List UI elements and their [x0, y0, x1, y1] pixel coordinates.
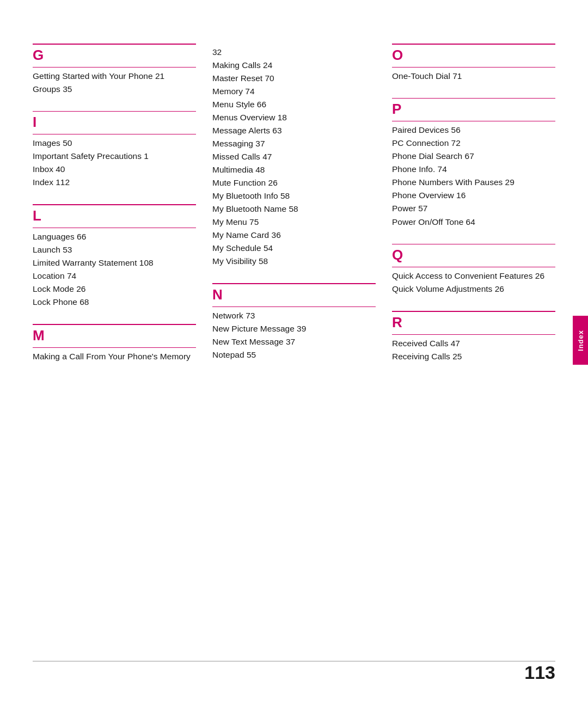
entry-p-6: Power 57 [392, 202, 555, 215]
entry-m-cont-3: Memory 74 [212, 85, 376, 98]
section-divider-m [33, 324, 196, 325]
entry-m-cont-15: My Schedule 54 [212, 242, 376, 255]
section-m: M Making a Call From Your Phone's Memory [33, 324, 196, 363]
entry-i-0: Images 50 [33, 137, 196, 150]
section-letter-m: M [33, 327, 196, 344]
column-3: O One-Touch Dial 71 P Paired Devices 56 … [392, 44, 555, 378]
section-divider-bottom-p [392, 121, 555, 121]
entry-p-7: Power On/Off Tone 64 [392, 216, 555, 229]
section-divider-bottom-q [392, 267, 555, 267]
section-divider-bottom-r [392, 334, 555, 335]
entry-m-cont-9: Multimedia 48 [212, 163, 376, 176]
section-o: O One-Touch Dial 71 [392, 44, 555, 83]
index-tab: Index [573, 316, 588, 365]
section-divider-bottom-n [212, 306, 376, 307]
entry-g-0: Getting Started with Your Phone 21 [33, 70, 196, 83]
entry-m-cont-8: Missed Calls 47 [212, 150, 376, 163]
entry-o-0: One-Touch Dial 71 [392, 70, 555, 83]
page-number: 113 [524, 662, 555, 683]
section-divider-p [392, 98, 555, 99]
entry-l-4: Lock Mode 26 [33, 283, 196, 296]
section-divider-bottom-i [33, 134, 196, 134]
section-i: I Images 50 Important Safety Precautions… [33, 111, 196, 189]
index-tab-label: Index [577, 330, 585, 351]
section-divider-i [33, 111, 196, 112]
entry-n-1: New Picture Message 39 [212, 322, 376, 335]
section-divider-g [33, 44, 196, 45]
entry-l-2: Limited Warranty Statement 108 [33, 256, 196, 269]
section-divider-o [392, 44, 555, 45]
section-divider-l [33, 204, 196, 205]
entry-l-5: Lock Phone 68 [33, 296, 196, 309]
section-letter-p: P [392, 101, 555, 118]
section-divider-bottom-g [33, 67, 196, 68]
entry-m-cont-12: My Bluetooth Name 58 [212, 203, 376, 216]
section-divider-q [392, 244, 555, 245]
entry-p-3: Phone Info. 74 [392, 163, 555, 176]
entry-r-1: Receiving Calls 25 [392, 350, 555, 363]
entries-q: Quick Access to Convenient Features 26 Q… [392, 269, 555, 296]
entries-r: Received Calls 47 Receiving Calls 25 [392, 337, 555, 363]
index-content: G Getting Started with Your Phone 21 Gro… [33, 44, 555, 378]
entry-m-cont-5: Menus Overview 18 [212, 111, 376, 124]
entry-p-1: PC Connection 72 [392, 137, 555, 150]
entry-m-cont-7: Messaging 37 [212, 137, 376, 150]
entries-m-cont: 32 Making Calls 24 Master Reset 70 Memor… [212, 46, 376, 268]
entry-p-4: Phone Numbers With Pauses 29 [392, 176, 555, 189]
entry-m-cont-0: 32 [212, 46, 376, 59]
entry-l-1: Launch 53 [33, 243, 196, 256]
section-divider-n [212, 283, 376, 284]
entry-g-1: Groups 35 [33, 83, 196, 96]
entries-l: Languages 66 Launch 53 Limited Warranty … [33, 230, 196, 309]
entry-l-0: Languages 66 [33, 230, 196, 243]
section-letter-i: I [33, 114, 196, 131]
entry-i-2: Inbox 40 [33, 163, 196, 176]
section-m-cont: 32 Making Calls 24 Master Reset 70 Memor… [212, 46, 376, 268]
section-letter-l: L [33, 207, 196, 224]
entry-n-3: Notepad 55 [212, 348, 376, 361]
entry-m-cont-16: My Visibility 58 [212, 255, 376, 268]
section-l: L Languages 66 Launch 53 Limited Warrant… [33, 204, 196, 309]
section-r: R Received Calls 47 Receiving Calls 25 [392, 311, 555, 363]
entry-i-3: Index 112 [33, 176, 196, 189]
entries-o: One-Touch Dial 71 [392, 70, 555, 83]
section-q: Q Quick Access to Convenient Features 26… [392, 244, 555, 296]
entry-i-1: Important Safety Precautions 1 [33, 150, 196, 163]
entry-q-0: Quick Access to Convenient Features 26 [392, 269, 555, 283]
entry-l-3: Location 74 [33, 269, 196, 283]
entries-n: Network 73 New Picture Message 39 New Te… [212, 309, 376, 361]
page: G Getting Started with Your Phone 21 Gro… [0, 0, 588, 705]
entry-n-2: New Text Message 37 [212, 335, 376, 348]
entry-m-cont-10: Mute Function 26 [212, 176, 376, 189]
entry-m-cont-2: Master Reset 70 [212, 72, 376, 85]
entry-r-0: Received Calls 47 [392, 337, 555, 350]
entry-p-5: Phone Overview 16 [392, 189, 555, 202]
entry-m-cont-6: Message Alerts 63 [212, 124, 376, 137]
column-1: G Getting Started with Your Phone 21 Gro… [33, 44, 212, 378]
entry-p-2: Phone Dial Search 67 [392, 150, 555, 163]
section-letter-n: N [212, 286, 376, 303]
section-n: N Network 73 New Picture Message 39 New … [212, 283, 376, 361]
entries-m: Making a Call From Your Phone's Memory [33, 350, 196, 363]
entry-q-1: Quick Volume Adjustments 26 [392, 283, 555, 296]
entries-i: Images 50 Important Safety Precautions 1… [33, 137, 196, 189]
section-p: P Paired Devices 56 PC Connection 72 Pho… [392, 98, 555, 229]
entry-p-0: Paired Devices 56 [392, 124, 555, 137]
section-divider-r [392, 311, 555, 312]
bottom-divider [33, 661, 555, 661]
section-letter-q: Q [392, 247, 555, 263]
entry-m-0: Making a Call From Your Phone's Memory [33, 350, 196, 363]
entry-n-0: Network 73 [212, 309, 376, 322]
section-letter-g: G [33, 47, 196, 64]
entry-m-cont-11: My Bluetooth Info 58 [212, 189, 376, 203]
entry-m-cont-13: My Menu 75 [212, 216, 376, 229]
section-g: G Getting Started with Your Phone 21 Gro… [33, 44, 196, 96]
entries-g: Getting Started with Your Phone 21 Group… [33, 70, 196, 96]
section-letter-o: O [392, 47, 555, 64]
section-divider-bottom-o [392, 67, 555, 68]
column-2: 32 Making Calls 24 Master Reset 70 Memor… [212, 44, 392, 378]
section-divider-bottom-l [33, 228, 196, 228]
entries-p: Paired Devices 56 PC Connection 72 Phone… [392, 124, 555, 228]
entry-m-cont-4: Menu Style 66 [212, 98, 376, 111]
entry-m-cont-14: My Name Card 36 [212, 229, 376, 242]
